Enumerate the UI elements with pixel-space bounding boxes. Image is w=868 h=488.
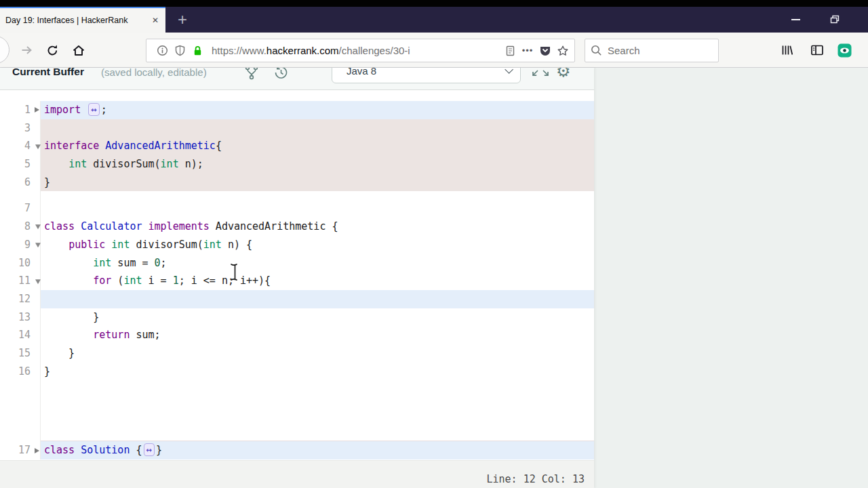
fold-open-icon[interactable] [35,144,41,149]
chevron-down-icon [505,68,513,73]
eye-extension-icon [837,43,852,58]
folded-code-widget[interactable]: ↔ [144,443,155,456]
code-text[interactable]: } [41,174,594,192]
window-restore-button[interactable] [825,7,845,33]
library-icon [781,44,794,56]
tab-bar: Day 19: Interfaces | HackerRank ✕ + [0,7,868,33]
fold-open-icon[interactable] [35,225,41,230]
fold-open-icon[interactable] [35,243,41,247]
tab-close-icon[interactable]: ✕ [149,14,161,26]
code-line-3: 3 [0,119,594,138]
page-actions-button[interactable]: ••• [519,41,536,60]
page-info-icon[interactable] [153,41,171,60]
code-rows: 1import ↔;34interface AdvancedArithmetic… [0,101,594,460]
code-line-11: 11 for (int i = 1; i <= n; i++){ [0,272,594,290]
url-bar-actions: ••• [501,41,572,60]
fork-branch-button[interactable] [244,68,259,83]
code-text[interactable]: int divisorSum(int n); [41,155,594,174]
reader-mode-icon[interactable] [501,41,519,60]
browser-toolbar: https://www.hackerrank.com/challenges/30… [0,33,868,68]
search-icon [591,45,602,56]
code-text[interactable]: class Calculator implements AdvancedArit… [41,218,594,236]
code-text[interactable]: } [41,344,594,363]
url-path: /challenges/30-i [339,45,410,56]
code-line-6: 6} [0,174,594,192]
code-line-15: 15 } [0,344,594,363]
code-text[interactable]: interface AdvancedArithmetic{ [41,137,594,155]
fold-collapsed-icon[interactable] [35,107,39,113]
code-filler [0,380,594,441]
code-text[interactable] [41,290,594,308]
language-select[interactable]: Java 8 [332,68,521,83]
page-background: Current Buffer (saved locally, editable) [0,68,868,488]
folded-code-widget[interactable]: ↔ [88,103,99,116]
line-number: 9 [0,236,41,254]
screen: Day 19: Interfaces | HackerRank ✕ + [0,0,868,488]
forward-button[interactable] [15,33,38,68]
https-lock-icon[interactable] [189,41,206,60]
code-text[interactable] [41,199,594,218]
tab-day19-interfaces[interactable]: Day 19: Interfaces | HackerRank ✕ [0,7,165,33]
new-tab-button[interactable]: + [171,7,194,33]
url-scheme: https://www. [212,45,267,56]
reload-button[interactable] [41,33,64,68]
code-line-17: 17class Solution {↔} [0,441,594,460]
code-line-8: 8class Calculator implements AdvancedAri… [0,218,594,236]
pocket-icon [539,45,551,57]
line-number: 16 [0,363,41,381]
window-minimize-button[interactable] [785,7,806,33]
home-button[interactable] [67,33,90,68]
code-text[interactable]: public int divisorSum(int n) { [41,236,594,254]
language-selected-value: Java 8 [347,68,376,77]
pocket-button[interactable] [536,41,554,60]
url-bar[interactable]: https://www.hackerrank.com/challenges/30… [146,39,575,62]
sidebar-icon [810,44,824,56]
reload-icon [46,44,59,57]
ellipsis-icon: ••• [522,45,534,56]
library-button[interactable] [776,33,799,68]
sidebars-button[interactable] [806,33,829,68]
line-number: 7 [0,199,41,218]
url-fade [419,45,442,56]
bookmark-star-button[interactable] [554,41,572,60]
fork-icon [244,68,259,81]
star-icon [557,45,569,57]
history-button[interactable] [273,68,289,83]
code-line-13: 13 } [0,308,594,327]
line-number: 1 [0,101,41,119]
code-text[interactable]: for (int i = 1; i <= n; i++){ [41,272,594,290]
line-number: 5 [0,155,41,174]
search-placeholder: Search [608,45,640,56]
code-text[interactable]: return sum; [41,326,594,344]
line-number: 4 [0,137,41,155]
code-line-14: 14 return sum; [0,326,594,344]
line-number: 3 [0,119,41,138]
expand-editor-button[interactable] [530,68,551,83]
letterbox-strip [0,0,868,7]
restore-icon [830,15,840,24]
code-text[interactable]: } [41,363,594,381]
history-clock-icon [273,68,289,81]
fold-collapsed-icon[interactable] [35,448,39,453]
url-domain: hackerrank.com [267,45,339,56]
code-text[interactable] [41,119,594,138]
code-line-9: 9 public int divisorSum(int n) { [0,236,594,254]
back-button[interactable] [0,36,9,64]
tracking-protection-shield-icon[interactable] [171,41,189,60]
line-number: 11 [0,272,41,290]
settings-gear-icon[interactable]: ⚙ [556,68,571,81]
code-text[interactable]: } [41,308,594,327]
extension-eye-button[interactable] [833,33,856,68]
code-line-1: 1import ↔; [0,101,594,119]
code-area[interactable]: 1import ↔;34interface AdvancedArithmetic… [0,90,594,460]
url-text[interactable]: https://www.hackerrank.com/challenges/30… [212,45,442,56]
minimize-icon [791,19,800,20]
line-number: 12 [0,290,41,308]
fold-open-icon[interactable] [35,279,41,284]
expand-arrows-icon [530,68,551,81]
code-line-12: 12 [0,290,594,308]
code-text[interactable]: int sum = 0; [41,254,594,272]
code-text[interactable]: class Solution {↔} [41,441,594,460]
code-text[interactable]: import ↔; [41,101,594,119]
search-bar[interactable]: Search [585,39,719,62]
